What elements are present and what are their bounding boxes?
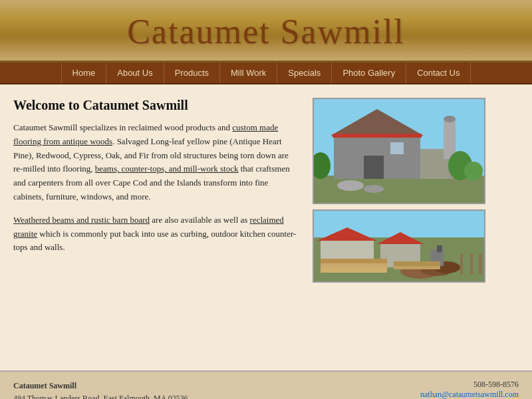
nav-item-about[interactable]: About Us [106,63,164,83]
nav-item-gallery[interactable]: Photo Gallery [332,63,406,83]
page-heading: Welcome to Cataumet Sawmill [13,98,299,113]
right-images [313,98,485,357]
paragraph-2: Weathered beams and rustic barn board ar… [13,213,299,255]
para1-link2[interactable]: beams, counter-tops, and mill-work stock [95,164,239,174]
svg-rect-33 [479,254,481,274]
nav-item-specials[interactable]: Specials [277,63,332,83]
content-left: Welcome to Cataumet Sawmill Cataumet Saw… [13,98,299,357]
para2-rest: are also available as well as [150,215,250,225]
lumber-image [313,209,485,283]
footer-phone: 508-598-8576 [420,380,519,390]
nav-item-home[interactable]: Home [61,63,107,83]
svg-rect-21 [321,263,387,268]
site-footer: Cataumet Sawmill 494 Thomas Landers Road… [0,370,532,399]
footer-email[interactable]: nathan@cataumetsawmill.com [420,390,519,399]
svg-rect-6 [332,134,422,138]
main-content: Welcome to Cataumet Sawmill Cataumet Saw… [0,84,532,370]
paragraph-1: Cataumet Sawmill specializes in reclaime… [13,121,299,204]
svg-point-9 [444,116,456,122]
svg-rect-31 [460,254,463,274]
footer-address: 494 Thomas Landers Road, East Falmouth, … [13,392,188,399]
svg-rect-22 [321,259,387,263]
nav-item-millwork[interactable]: Mill Work [220,63,277,83]
footer-company: Cataumet Sawmill [13,381,76,390]
svg-rect-28 [437,245,442,252]
svg-rect-5 [390,142,404,154]
svg-rect-23 [321,268,387,273]
nav-item-products[interactable]: Products [164,63,220,83]
main-nav: HomeAbout UsProductsMill WorkSpecialsPho… [0,63,532,84]
svg-rect-30 [394,261,440,266]
svg-point-13 [337,180,364,191]
footer-left: Cataumet Sawmill 494 Thomas Landers Road… [13,380,188,399]
para2-link1[interactable]: Weathered beams and rustic barn board [13,215,150,225]
site-header: Cataumet Sawmill [0,0,532,63]
site-title: Cataumet Sawmill [7,12,525,51]
para2-end: which is commonly put back into use as c… [13,229,296,253]
barn-image [313,98,485,204]
footer-right: 508-598-8576 nathan@cataumetsawmill.com [420,380,519,399]
nav-item-contact[interactable]: Contact Us [406,63,471,83]
svg-point-14 [364,185,384,193]
svg-point-12 [464,162,483,180]
svg-rect-8 [444,119,456,159]
svg-rect-32 [470,254,473,274]
svg-rect-4 [364,156,384,179]
para1-start: Cataumet Sawmill specializes in reclaime… [13,122,232,132]
